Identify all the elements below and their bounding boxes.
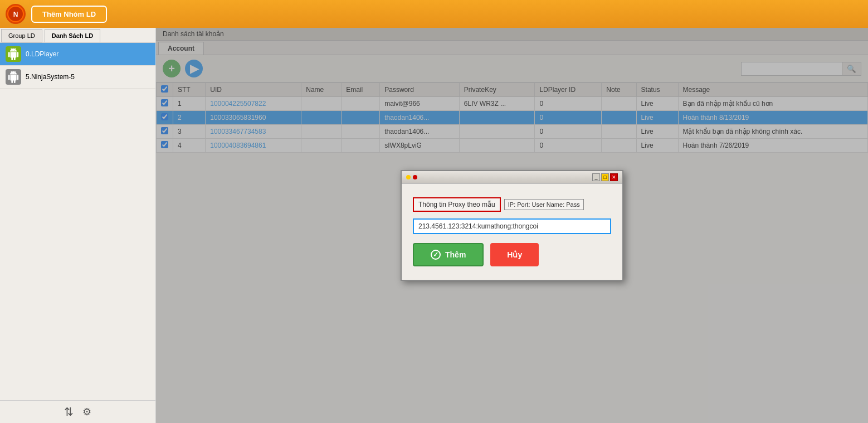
sort-icon[interactable]: ⇅ [64, 405, 74, 419]
dialog-indicator [406, 175, 417, 179]
sidebar-item-5-label: 5.NinjaSystem-5 [26, 73, 75, 81]
check-circle-icon: ✓ [431, 250, 441, 260]
main-area: Danh sách tài khoản Account + ▶ 🔍 STT UI… [156, 28, 868, 423]
indicator-yellow [406, 175, 411, 179]
dialog-overlay: _ □ ✕ Thông tin Proxy theo mẫu IP: Port:… [156, 28, 868, 423]
indicator-red [413, 175, 417, 179]
huy-button[interactable]: Hủy [490, 243, 539, 266]
proxy-format-text: IP: Port: User Name: Pass [504, 199, 584, 210]
tab-group-ld[interactable]: Group LD [1, 29, 42, 42]
topbar: N Thêm Nhóm LD [0, 0, 868, 28]
minimize-button[interactable]: _ [592, 173, 600, 181]
sidebar-item-0-label: 0.LDPlayer [26, 50, 58, 58]
dialog-title-icons: _ □ ✕ [592, 173, 618, 181]
android-icon-0 [6, 46, 21, 62]
sidebar: Group LD Danh Sách LD 0.LDPlayer 5.Ninja… [0, 28, 156, 423]
sidebar-bottom: ⇅ ⚙ [0, 400, 155, 423]
logo-icon: N [6, 4, 26, 24]
proxy-label-box: Thông tin Proxy theo mẫu [413, 197, 501, 212]
proxy-label-row: Thông tin Proxy theo mẫu IP: Port: User … [413, 197, 611, 212]
them-nhom-button[interactable]: Thêm Nhóm LD [31, 6, 107, 23]
sidebar-item-0[interactable]: 0.LDPlayer [0, 43, 155, 66]
proxy-input[interactable] [413, 218, 611, 234]
huy-button-label: Hủy [507, 250, 522, 259]
proxy-dialog: _ □ ✕ Thông tin Proxy theo mẫu IP: Port:… [401, 170, 623, 281]
close-button[interactable]: ✕ [610, 173, 618, 181]
svg-text:N: N [13, 11, 18, 18]
restore-button[interactable]: □ [601, 173, 609, 181]
tab-danh-sach-ld[interactable]: Danh Sách LD [45, 29, 101, 42]
them-button-label: Thêm [445, 250, 466, 259]
sidebar-tabs: Group LD Danh Sách LD [0, 28, 155, 43]
them-button[interactable]: ✓ Thêm [413, 243, 484, 266]
android-icon-5 [6, 69, 21, 85]
settings-icon[interactable]: ⚙ [82, 406, 91, 418]
dialog-titlebar: _ □ ✕ [402, 171, 622, 184]
proxy-label-text: Thông tin Proxy theo mẫu [418, 201, 495, 208]
sidebar-item-5[interactable]: 5.NinjaSystem-5 [0, 66, 155, 89]
sidebar-items: 0.LDPlayer 5.NinjaSystem-5 [0, 43, 155, 400]
dialog-body: Thông tin Proxy theo mẫu IP: Port: User … [402, 184, 622, 280]
dialog-buttons: ✓ Thêm Hủy [413, 243, 611, 266]
